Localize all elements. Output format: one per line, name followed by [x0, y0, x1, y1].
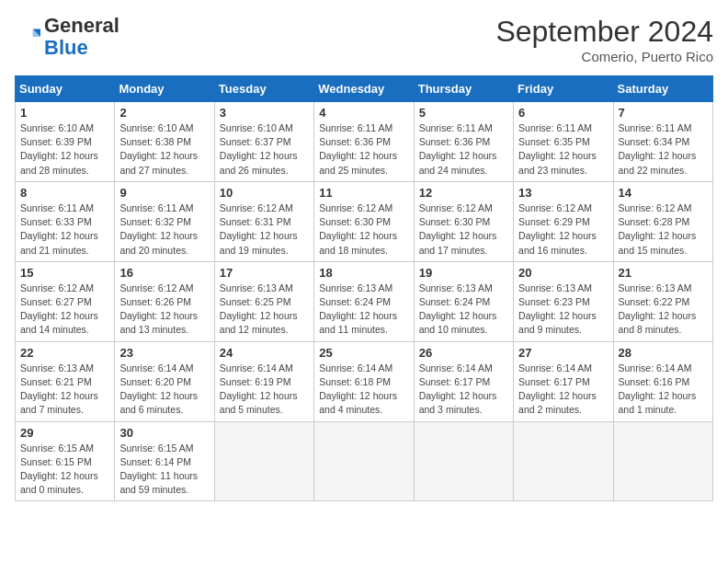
week-row-4: 22Sunrise: 6:13 AM Sunset: 6:21 PM Dayli…	[16, 341, 713, 421]
cal-cell: 4Sunrise: 6:11 AM Sunset: 6:36 PM Daylig…	[314, 102, 414, 182]
cell-info: Sunrise: 6:12 AM Sunset: 6:27 PM Dayligh…	[20, 282, 109, 338]
day-number: 24	[220, 346, 309, 360]
cal-cell: 17Sunrise: 6:13 AM Sunset: 6:25 PM Dayli…	[214, 261, 313, 341]
cell-info: Sunrise: 6:14 AM Sunset: 6:17 PM Dayligh…	[518, 362, 608, 418]
cal-cell	[414, 421, 513, 501]
day-number: 16	[119, 266, 209, 280]
cell-info: Sunrise: 6:14 AM Sunset: 6:17 PM Dayligh…	[419, 362, 508, 418]
cal-cell: 23Sunrise: 6:14 AM Sunset: 6:20 PM Dayli…	[115, 341, 214, 421]
day-number: 5	[419, 106, 508, 120]
cell-info: Sunrise: 6:12 AM Sunset: 6:29 PM Dayligh…	[518, 201, 608, 258]
day-number: 23	[119, 346, 209, 360]
day-header-monday: Monday	[115, 76, 214, 102]
cal-cell: 1Sunrise: 6:10 AM Sunset: 6:39 PM Daylig…	[16, 102, 115, 182]
cal-cell: 13Sunrise: 6:12 AM Sunset: 6:29 PM Dayli…	[514, 181, 613, 261]
cal-cell	[314, 421, 414, 501]
day-number: 7	[619, 106, 708, 120]
cal-cell: 6Sunrise: 6:11 AM Sunset: 6:35 PM Daylig…	[514, 102, 613, 182]
day-number: 27	[518, 346, 608, 360]
cell-info: Sunrise: 6:12 AM Sunset: 6:31 PM Dayligh…	[220, 201, 309, 258]
cal-cell: 19Sunrise: 6:13 AM Sunset: 6:24 PM Dayli…	[414, 261, 513, 341]
cal-cell	[514, 421, 613, 501]
day-header-thursday: Thursday	[414, 76, 513, 102]
cell-info: Sunrise: 6:12 AM Sunset: 6:26 PM Dayligh…	[119, 282, 209, 338]
logo-text: General Blue	[44, 15, 119, 59]
cal-cell: 24Sunrise: 6:14 AM Sunset: 6:19 PM Dayli…	[214, 341, 313, 421]
cal-cell: 12Sunrise: 6:12 AM Sunset: 6:30 PM Dayli…	[414, 181, 513, 261]
cell-info: Sunrise: 6:11 AM Sunset: 6:34 PM Dayligh…	[619, 121, 708, 178]
cal-cell: 3Sunrise: 6:10 AM Sunset: 6:37 PM Daylig…	[214, 102, 313, 182]
cell-info: Sunrise: 6:13 AM Sunset: 6:25 PM Dayligh…	[220, 282, 309, 338]
cal-cell: 29Sunrise: 6:15 AM Sunset: 6:15 PM Dayli…	[16, 421, 115, 501]
day-number: 30	[119, 426, 209, 440]
day-header-wednesday: Wednesday	[314, 76, 414, 102]
cal-cell: 5Sunrise: 6:11 AM Sunset: 6:36 PM Daylig…	[414, 102, 513, 182]
cell-info: Sunrise: 6:14 AM Sunset: 6:16 PM Dayligh…	[619, 362, 708, 418]
logo-icon	[15, 24, 40, 50]
week-row-1: 1Sunrise: 6:10 AM Sunset: 6:39 PM Daylig…	[16, 102, 713, 182]
day-number: 18	[319, 266, 408, 280]
cell-info: Sunrise: 6:13 AM Sunset: 6:24 PM Dayligh…	[319, 282, 408, 338]
cell-info: Sunrise: 6:11 AM Sunset: 6:32 PM Dayligh…	[119, 201, 209, 258]
cell-info: Sunrise: 6:11 AM Sunset: 6:33 PM Dayligh…	[20, 201, 109, 258]
day-number: 3	[220, 106, 309, 120]
day-number: 22	[20, 346, 109, 360]
cal-cell: 9Sunrise: 6:11 AM Sunset: 6:32 PM Daylig…	[115, 181, 214, 261]
day-number: 9	[119, 186, 209, 200]
cell-info: Sunrise: 6:11 AM Sunset: 6:36 PM Dayligh…	[419, 121, 508, 178]
cal-cell: 22Sunrise: 6:13 AM Sunset: 6:21 PM Dayli…	[16, 341, 115, 421]
cal-cell	[214, 421, 313, 501]
day-number: 25	[319, 346, 408, 360]
day-number: 15	[20, 266, 109, 280]
day-number: 26	[419, 346, 508, 360]
title-block: September 2024 Comerio, Puerto Rico	[495, 15, 713, 64]
cal-cell: 30Sunrise: 6:15 AM Sunset: 6:14 PM Dayli…	[115, 421, 214, 501]
cell-info: Sunrise: 6:15 AM Sunset: 6:15 PM Dayligh…	[20, 442, 109, 498]
week-row-2: 8Sunrise: 6:11 AM Sunset: 6:33 PM Daylig…	[16, 181, 713, 261]
cal-cell: 10Sunrise: 6:12 AM Sunset: 6:31 PM Dayli…	[214, 181, 313, 261]
week-row-5: 29Sunrise: 6:15 AM Sunset: 6:15 PM Dayli…	[16, 421, 713, 501]
cell-info: Sunrise: 6:10 AM Sunset: 6:39 PM Dayligh…	[20, 121, 109, 178]
cell-info: Sunrise: 6:11 AM Sunset: 6:36 PM Dayligh…	[319, 121, 408, 178]
day-number: 20	[518, 266, 608, 280]
day-number: 6	[518, 106, 608, 120]
cell-info: Sunrise: 6:10 AM Sunset: 6:37 PM Dayligh…	[220, 121, 309, 178]
cell-info: Sunrise: 6:12 AM Sunset: 6:28 PM Dayligh…	[619, 201, 708, 258]
day-number: 12	[419, 186, 508, 200]
day-header-tuesday: Tuesday	[214, 76, 313, 102]
cal-cell: 20Sunrise: 6:13 AM Sunset: 6:23 PM Dayli…	[514, 261, 613, 341]
logo: General Blue	[15, 15, 119, 59]
header-row: SundayMondayTuesdayWednesdayThursdayFrid…	[16, 76, 713, 102]
day-number: 17	[220, 266, 309, 280]
cell-info: Sunrise: 6:13 AM Sunset: 6:21 PM Dayligh…	[20, 362, 109, 418]
cal-cell: 2Sunrise: 6:10 AM Sunset: 6:38 PM Daylig…	[115, 102, 214, 182]
day-header-sunday: Sunday	[16, 76, 115, 102]
page-header: General Blue September 2024 Comerio, Pue…	[15, 15, 713, 64]
cal-cell	[613, 421, 712, 501]
day-number: 28	[619, 346, 708, 360]
day-number: 14	[619, 186, 708, 200]
cal-cell: 27Sunrise: 6:14 AM Sunset: 6:17 PM Dayli…	[514, 341, 613, 421]
day-header-saturday: Saturday	[613, 76, 712, 102]
day-number: 29	[20, 426, 109, 440]
day-number: 19	[419, 266, 508, 280]
week-row-3: 15Sunrise: 6:12 AM Sunset: 6:27 PM Dayli…	[16, 261, 713, 341]
day-number: 4	[319, 106, 408, 120]
cell-info: Sunrise: 6:15 AM Sunset: 6:14 PM Dayligh…	[119, 442, 209, 498]
cal-cell: 11Sunrise: 6:12 AM Sunset: 6:30 PM Dayli…	[314, 181, 414, 261]
cal-cell: 14Sunrise: 6:12 AM Sunset: 6:28 PM Dayli…	[613, 181, 712, 261]
cell-info: Sunrise: 6:14 AM Sunset: 6:19 PM Dayligh…	[220, 362, 309, 418]
cell-info: Sunrise: 6:11 AM Sunset: 6:35 PM Dayligh…	[518, 121, 608, 178]
cal-cell: 7Sunrise: 6:11 AM Sunset: 6:34 PM Daylig…	[613, 102, 712, 182]
cal-cell: 18Sunrise: 6:13 AM Sunset: 6:24 PM Dayli…	[314, 261, 414, 341]
cell-info: Sunrise: 6:12 AM Sunset: 6:30 PM Dayligh…	[319, 201, 408, 258]
day-number: 8	[20, 186, 109, 200]
cell-info: Sunrise: 6:10 AM Sunset: 6:38 PM Dayligh…	[119, 121, 209, 178]
cal-cell: 8Sunrise: 6:11 AM Sunset: 6:33 PM Daylig…	[16, 181, 115, 261]
month-title: September 2024	[495, 15, 713, 49]
calendar-table: SundayMondayTuesdayWednesdayThursdayFrid…	[15, 75, 713, 501]
day-number: 21	[619, 266, 708, 280]
cal-cell: 26Sunrise: 6:14 AM Sunset: 6:17 PM Dayli…	[414, 341, 513, 421]
day-number: 1	[20, 106, 109, 120]
cal-cell: 16Sunrise: 6:12 AM Sunset: 6:26 PM Dayli…	[115, 261, 214, 341]
